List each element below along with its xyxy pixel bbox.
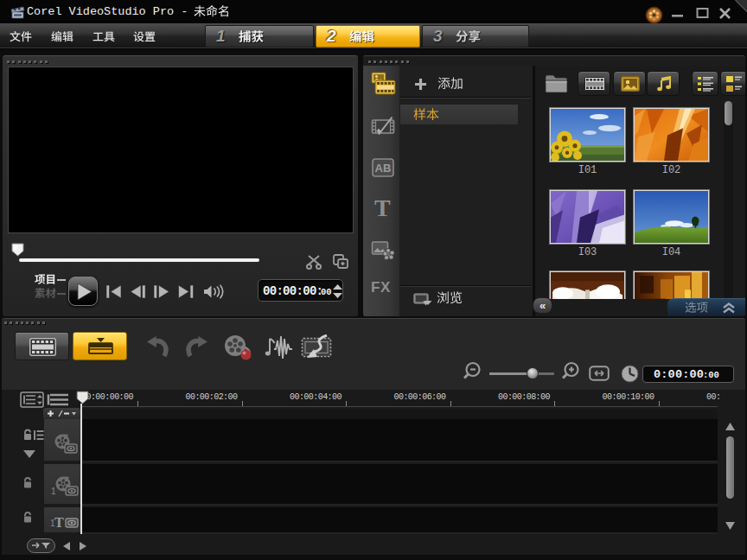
svg-text:T: T [54, 515, 64, 529]
svg-text:AB: AB [375, 162, 392, 175]
svg-text:1: 1 [51, 487, 56, 496]
